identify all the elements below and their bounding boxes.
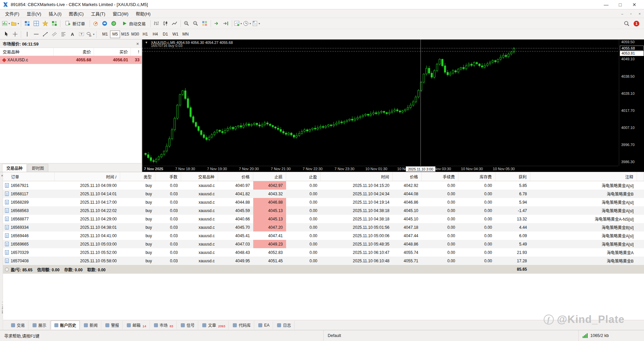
- horizontal-line-button[interactable]: [32, 30, 41, 39]
- market-watch-row[interactable]: XAUUSD.c 4055.68 4056.01 33: [0, 56, 142, 64]
- timeframe-mn[interactable]: MN: [180, 30, 191, 38]
- tab-journal[interactable]: 日志: [274, 321, 294, 329]
- column-header-close-price[interactable]: 价格: [393, 172, 422, 181]
- chart-minimize-button[interactable]: –: [618, 10, 627, 17]
- tab-market[interactable]: 市场83: [151, 321, 177, 329]
- tab-codebase[interactable]: 代码库: [229, 321, 254, 329]
- tile-windows-button[interactable]: [200, 19, 209, 28]
- column-header-tp[interactable]: 止盈: [286, 172, 321, 181]
- dropdown-caret-icon[interactable]: ▾: [8, 22, 10, 25]
- timeframe-d1[interactable]: D1: [160, 30, 170, 38]
- table-row[interactable]: 165703292025.11.10 05:52:00buy0.03xauusd…: [3, 248, 644, 257]
- column-header-price[interactable]: 价格: [218, 172, 253, 181]
- tab-articles[interactable]: 文章2093: [199, 321, 229, 329]
- dropdown-caret-icon[interactable]: ▾: [17, 22, 19, 25]
- new-chart-button[interactable]: ▾: [1, 19, 10, 28]
- column-header-profit[interactable]: 获利: [495, 172, 530, 181]
- column-header-sl[interactable]: 止损: [253, 172, 286, 181]
- column-ask[interactable]: 买价: [94, 48, 131, 56]
- column-header-volume[interactable]: 手数: [155, 172, 181, 181]
- chart-restore-button[interactable]: ▫: [627, 10, 635, 17]
- data-window-button[interactable]: [32, 19, 41, 28]
- timeframe-h4[interactable]: H4: [150, 30, 160, 38]
- column-header-comment[interactable]: 注释: [530, 172, 637, 181]
- tab-signals[interactable]: 信号: [177, 321, 198, 329]
- table-row[interactable]: 165679212025.11.10 04:09:00buy0.03xauusd…: [3, 181, 644, 190]
- menu-tools[interactable]: 工具(T): [87, 9, 109, 18]
- market-watch-close-icon[interactable]: ×: [136, 41, 139, 46]
- menu-insert[interactable]: 插入(I): [45, 9, 65, 18]
- tab-history[interactable]: 账户历史: [51, 321, 80, 330]
- dropdown-caret-icon[interactable]: ▾: [259, 22, 260, 25]
- chart-window[interactable]: ▼ XAUUSD.c,M5 4054.59 4056.30 4054.27 40…: [142, 40, 644, 172]
- navigator-button[interactable]: [41, 19, 50, 28]
- timeframe-w1[interactable]: W1: [170, 30, 180, 38]
- timeframe-m5[interactable]: M5: [110, 30, 120, 38]
- toolbox-button[interactable]: [50, 19, 59, 28]
- column-symbol[interactable]: 交易品种: [0, 48, 54, 56]
- vertical-line-button[interactable]: [22, 30, 32, 39]
- tab-trade[interactable]: 交易: [8, 321, 29, 329]
- price-scale[interactable]: 4055.68 4053.81 4059.504049.104038.50402…: [619, 40, 644, 166]
- strategy-tester-button[interactable]: [91, 19, 100, 28]
- tab-mailbox[interactable]: 邮箱14: [123, 321, 150, 329]
- zoom-out-button[interactable]: [191, 19, 200, 28]
- window-close-button[interactable]: ✕: [627, 0, 641, 9]
- table-row[interactable]: 165696652025.11.10 05:03:00buy0.03xauusd…: [3, 240, 644, 248]
- tab-exposure[interactable]: 展示: [29, 321, 50, 329]
- cursor-button[interactable]: [1, 30, 10, 39]
- column-header-type[interactable]: 类型: [120, 172, 155, 181]
- table-row[interactable]: 165694462025.11.10 04:41:00buy0.03xauusd…: [3, 231, 644, 240]
- dropdown-caret-icon[interactable]: ▾: [250, 22, 251, 25]
- column-header-commission[interactable]: 手续费: [422, 172, 459, 181]
- column-header-symbol[interactable]: 交易品种: [181, 172, 218, 181]
- table-row[interactable]: 165704082025.11.10 05:58:00buy0.03xauusd…: [3, 257, 644, 265]
- column-spread[interactable]: !: [131, 48, 142, 56]
- trendline-button[interactable]: [41, 30, 50, 39]
- column-header-close-time[interactable]: 时间: [321, 172, 393, 181]
- tab-tick-chart[interactable]: 即时图: [28, 164, 48, 172]
- channel-button[interactable]: [50, 30, 59, 39]
- timeframe-m15[interactable]: M15: [120, 30, 130, 38]
- text-label-button[interactable]: T: [77, 30, 86, 39]
- fibonacci-button[interactable]: [59, 30, 68, 39]
- column-header-swap[interactable]: 库存费: [459, 172, 495, 181]
- menu-file[interactable]: 文件(F): [1, 9, 23, 18]
- chart-close-button[interactable]: ×: [635, 10, 644, 17]
- table-row[interactable]: 165693342025.11.10 04:38:01buy0.03xauusd…: [3, 223, 644, 231]
- candles-chart-button[interactable]: [161, 19, 170, 28]
- zoom-in-button[interactable]: [182, 19, 191, 28]
- time-axis[interactable]: 2025.11.10 3:00 7 Nov 20257 Nov 18:307 N…: [142, 166, 618, 172]
- tab-news[interactable]: 新闻: [80, 321, 101, 329]
- window-maximize-button[interactable]: □: [613, 0, 627, 9]
- chart-shift-button[interactable]: [221, 19, 230, 28]
- tab-alerts[interactable]: 警报: [102, 321, 123, 329]
- market-watch-button[interactable]: [22, 19, 32, 28]
- timeframe-m1[interactable]: M1: [100, 30, 110, 38]
- community-button[interactable]: @: [109, 19, 118, 28]
- search-button[interactable]: [622, 19, 631, 28]
- window-minimize-button[interactable]: —: [599, 0, 613, 9]
- status-profile[interactable]: Default: [324, 330, 579, 341]
- notification-badge[interactable]: 1: [634, 21, 639, 26]
- periods-button[interactable]: ▾: [243, 19, 252, 28]
- table-row[interactable]: 165685632025.11.10 04:22:02buy0.03xauusd…: [3, 206, 644, 215]
- profiles-button[interactable]: ▾: [10, 19, 19, 28]
- templates-button[interactable]: ▾: [252, 19, 261, 28]
- menu-help[interactable]: 帮助(H): [132, 9, 154, 18]
- line-chart-button[interactable]: [170, 19, 179, 28]
- tab-experts[interactable]: EA: [255, 322, 273, 329]
- table-row[interactable]: 165682892025.11.10 04:17:00buy0.03xauusd…: [3, 198, 644, 206]
- column-header-open-time[interactable]: 时间 /: [55, 172, 120, 181]
- new-order-button[interactable]: 新订单: [62, 19, 88, 28]
- menu-view[interactable]: 显示(V): [23, 9, 45, 18]
- crosshair-button[interactable]: [10, 30, 19, 39]
- autotrading-button[interactable]: 自动交易: [118, 19, 149, 28]
- table-row[interactable]: 165681172025.11.10 04:14:01buy0.03xauusd…: [3, 190, 644, 198]
- indicators-button[interactable]: ▾: [233, 19, 243, 28]
- menu-window[interactable]: 窗口(W): [109, 9, 132, 18]
- menu-charts[interactable]: 图表(C): [65, 9, 87, 18]
- bars-chart-button[interactable]: [152, 19, 161, 28]
- tab-symbols[interactable]: 交易品种: [2, 164, 27, 172]
- timeframe-m30[interactable]: M30: [130, 30, 140, 38]
